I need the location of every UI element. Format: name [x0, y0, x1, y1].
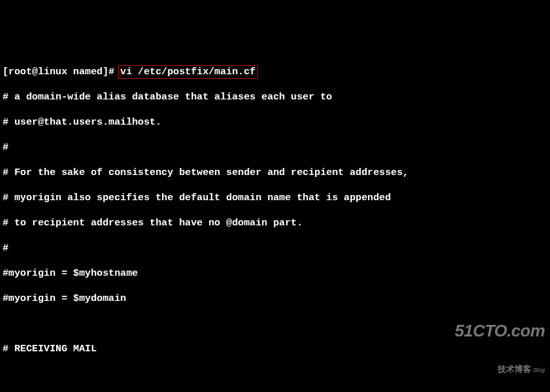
file-line: #: [3, 242, 550, 255]
shell-prompt: [root@linux named]#: [3, 66, 120, 77]
file-line: [3, 368, 550, 381]
file-line: # to recipient addresses that have no @d…: [3, 217, 550, 230]
shell-command: vi /etc/postfix/main.cf: [120, 66, 256, 77]
file-line: # a domain-wide alias database that alia…: [3, 91, 550, 104]
prompt-line[interactable]: [root@linux named]# vi /etc/postfix/main…: [3, 66, 550, 79]
file-line: #myorigin = $mydomain: [3, 293, 550, 305]
file-line: # user@that.users.mailhost.: [3, 116, 550, 129]
terminal-output: [root@linux named]# vi /etc/postfix/main…: [3, 53, 550, 392]
file-line: # RECEIVING MAIL: [3, 343, 550, 356]
file-line: # For the sake of consistency between se…: [3, 167, 550, 180]
file-line: #: [3, 141, 550, 154]
file-line: #myorigin = $myhostname: [3, 267, 550, 280]
file-line: [3, 318, 550, 331]
command-highlight: vi /etc/postfix/main.cf: [118, 65, 258, 79]
file-line: # myorigin also specifies the default do…: [3, 192, 550, 205]
